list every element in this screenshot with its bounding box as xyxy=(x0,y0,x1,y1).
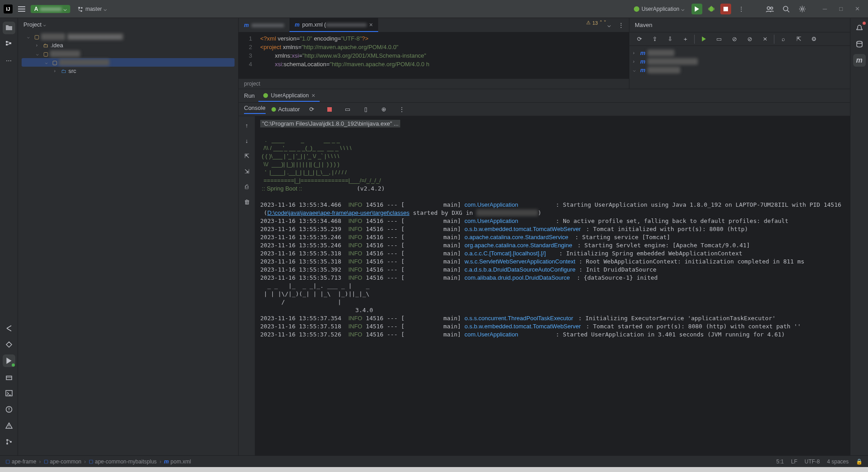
warnings-tool-button[interactable] xyxy=(3,419,15,432)
print-button[interactable]: ⎙ xyxy=(240,180,253,193)
maven-item-3[interactable]: ⌵m xxxxxxxxxx xyxy=(633,66,846,74)
editor-tab-2[interactable]: m pom.xml (xxxxxxxxxxxxxxx × xyxy=(289,18,379,32)
bookmarks-tool-button[interactable] xyxy=(3,322,15,335)
maven-settings-button[interactable]: ⚙ xyxy=(808,33,820,45)
code-with-me-button[interactable] xyxy=(764,3,776,15)
indent-info[interactable]: 4 spaces xyxy=(827,458,849,465)
maven-item-2[interactable]: ›m xxxxxxxxxxxxxxxx xyxy=(633,57,846,66)
app-icon: IJ xyxy=(4,5,13,14)
project-panel-header[interactable]: Project ⌵ xyxy=(18,18,238,31)
build-tool-button[interactable] xyxy=(3,371,15,383)
maximize-button[interactable]: □ xyxy=(834,4,848,14)
tree-root[interactable]: ⌵▢ xxxxxxx xxxxxxxxxxxxxxxxxx xyxy=(22,32,235,41)
tree-module-2[interactable]: ⌵▢ xxxxxxxxxxxxxxxx xyxy=(22,58,235,67)
run-more-button[interactable]: ⋮ xyxy=(395,103,408,116)
svg-point-15 xyxy=(10,441,12,443)
console-output[interactable]: "C:\Program Files\Java\jdk1.8.0_192\bin\… xyxy=(255,116,850,455)
maven-collapse-button[interactable]: ⨯ xyxy=(759,33,771,45)
svg-point-17 xyxy=(271,107,276,112)
database-tool-button[interactable] xyxy=(853,38,866,50)
crumb-1[interactable]: ▢ape-frame xyxy=(5,458,36,465)
scroll-down-button[interactable]: ↓ xyxy=(240,134,253,147)
maven-generate-button[interactable]: ⇪ xyxy=(648,33,661,45)
layout-button[interactable]: ▭ xyxy=(341,103,354,116)
tab-more-button[interactable]: ⋮ xyxy=(616,19,625,32)
editor-tab-1[interactable]: mxxxxxxxxxxxx xyxy=(239,18,289,32)
tree-src-folder[interactable]: ›🗀 src xyxy=(22,67,235,75)
more-actions-button[interactable]: ⋮ xyxy=(735,3,747,15)
crumb-4[interactable]: mpom.xml xyxy=(164,458,191,465)
project-selector[interactable]: Axxxxxxxx ⌵ xyxy=(31,5,70,13)
svg-point-3 xyxy=(771,7,773,9)
run-panel: Run UserApplication × Console Actuator ⟳… xyxy=(239,89,850,455)
crumb-3[interactable]: ▢ape-common-mybaitsplus xyxy=(89,458,157,465)
maven-tool-button[interactable]: m xyxy=(853,54,866,67)
svg-rect-10 xyxy=(6,376,12,380)
run-button[interactable] xyxy=(692,4,702,14)
maven-execute-button[interactable]: ▭ xyxy=(713,33,725,45)
notifications-button[interactable] xyxy=(853,22,866,34)
more-tools-button[interactable]: ⋯ xyxy=(3,54,15,67)
search-button[interactable] xyxy=(780,3,792,15)
svg-point-14 xyxy=(6,443,8,445)
close-tab-icon[interactable]: × xyxy=(369,21,373,28)
layout2-button[interactable]: ▯ xyxy=(359,103,372,116)
maven-toggle-offline-button[interactable]: ⊘ xyxy=(728,33,741,45)
maven-skip-tests-button[interactable]: ⊘ xyxy=(743,33,756,45)
line-separator[interactable]: LF xyxy=(791,458,797,465)
maven-refresh-button[interactable]: ⟳ xyxy=(633,33,646,45)
maven-run-button[interactable] xyxy=(697,33,710,45)
minimize-button[interactable]: ─ xyxy=(818,4,832,14)
run-config-tab[interactable]: UserApplication × xyxy=(258,90,320,102)
tree-idea-folder[interactable]: ›🗀 .idea xyxy=(22,41,235,50)
settings-button[interactable] xyxy=(796,3,809,15)
stop-run-button[interactable] xyxy=(323,103,336,116)
rerun-button[interactable]: ⟳ xyxy=(305,103,318,116)
svg-point-4 xyxy=(783,6,788,11)
clear-button[interactable]: 🗑 xyxy=(240,195,253,208)
project-tool-button[interactable] xyxy=(3,22,15,34)
maven-download-button[interactable]: ⇩ xyxy=(664,33,676,45)
maven-expand-button[interactable]: ⇱ xyxy=(792,33,805,45)
titlebar: IJ Axxxxxxxx ⌵ master ⌵ UserApplication … xyxy=(0,0,868,18)
close-run-tab-icon[interactable]: × xyxy=(312,92,315,99)
svg-rect-6 xyxy=(6,41,8,43)
svg-point-16 xyxy=(263,93,268,98)
terminal-tool-button[interactable] xyxy=(3,387,15,399)
right-tool-stripe: m xyxy=(850,18,868,455)
tree-module-1[interactable]: ⌵▢ xxxxxxxxx xyxy=(22,50,235,58)
svg-point-2 xyxy=(767,7,770,9)
vcs-branch[interactable]: master ⌵ xyxy=(74,4,111,14)
maven-find-button[interactable]: ⌕ xyxy=(777,33,790,45)
services-tool-button[interactable] xyxy=(3,338,15,351)
vcs-tool-button[interactable] xyxy=(3,436,15,448)
soft-wrap-button[interactable]: ⇱ xyxy=(240,150,253,162)
structure-tool-button[interactable] xyxy=(3,38,15,50)
file-encoding[interactable]: UTF-8 xyxy=(805,458,820,465)
readonly-lock-icon[interactable]: 🔒 xyxy=(856,458,863,465)
scroll-up-button[interactable]: ↑ xyxy=(240,119,253,132)
os-taskbar-sliver xyxy=(0,467,868,472)
run-config-selector[interactable]: UserApplication ⌵ xyxy=(630,4,688,14)
problems-tool-button[interactable] xyxy=(3,403,15,416)
branch-icon xyxy=(77,6,84,12)
scroll-to-end-button[interactable]: ⇲ xyxy=(240,165,253,177)
editor-tabs: mxxxxxxxxxxxx m pom.xml (xxxxxxxxxxxxxxx… xyxy=(239,18,629,32)
maven-add-button[interactable]: ＋ xyxy=(679,33,692,45)
main-menu-button[interactable] xyxy=(16,5,27,14)
close-window-button[interactable]: ✕ xyxy=(850,4,864,14)
maven-item-1[interactable]: ›m xxxxxxxx xyxy=(633,49,846,57)
svg-marker-9 xyxy=(6,342,12,347)
crumb-2[interactable]: ▢ape-common xyxy=(44,458,81,465)
stop-button[interactable] xyxy=(720,4,731,14)
editor-breadcrumb[interactable]: project xyxy=(239,79,629,89)
cursor-position[interactable]: 5:1 xyxy=(776,458,784,465)
run-tool-button[interactable] xyxy=(3,354,15,367)
svg-point-0 xyxy=(634,6,639,11)
editor-content[interactable]: <?xml version="1.0" encoding="UTF-8"?> <… xyxy=(257,32,629,79)
debug-button[interactable] xyxy=(706,4,717,14)
svg-rect-7 xyxy=(6,44,8,45)
actuator-tab[interactable]: Actuator xyxy=(271,106,300,113)
pin-button[interactable]: ⊕ xyxy=(377,103,390,116)
console-tab[interactable]: Console xyxy=(244,104,266,114)
